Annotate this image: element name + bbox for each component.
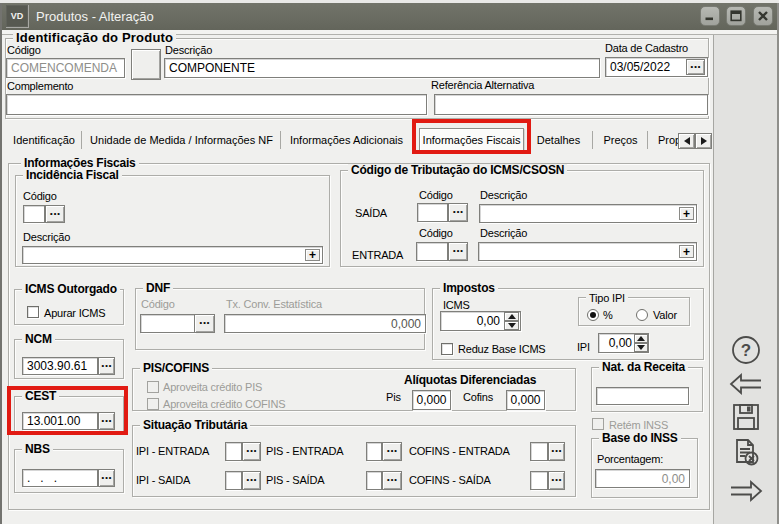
reduz-base-icms-checkbox[interactable]: [441, 343, 453, 355]
apurar-icms-label: Apurar ICMS: [44, 308, 105, 319]
minimize-button[interactable]: [700, 6, 720, 26]
base-inss-title: Base do INSS: [599, 432, 681, 444]
incidencia-codigo-ellipsis-button[interactable]: ...: [45, 205, 65, 223]
entrada-codigo-input[interactable]: [416, 242, 448, 261]
base-inss-group: Base do INSS: [591, 438, 698, 498]
help-button[interactable]: ?: [730, 334, 762, 370]
next-button[interactable]: [728, 479, 764, 507]
pis-aliquota-input[interactable]: 0,000: [412, 390, 451, 410]
nat-receita-input[interactable]: [596, 387, 689, 405]
ncm-ellipsis-button[interactable]: ...: [98, 357, 115, 375]
icms-spin-down[interactable]: [504, 321, 519, 330]
close-button[interactable]: [753, 6, 773, 26]
nbs-ellipsis-button[interactable]: ...: [98, 469, 115, 487]
pis-entrada-ellipsis-button[interactable]: ...: [382, 442, 402, 461]
codigo-produto-search-button[interactable]: [131, 49, 161, 80]
porcentagem-input[interactable]: 0,00: [595, 469, 690, 488]
retem-inss-checkbox[interactable]: [592, 418, 604, 430]
aproveita-credito-cofins-checkbox[interactable]: [147, 398, 159, 410]
data-cadastro-label: Data de Cadastro: [605, 43, 688, 54]
complemento-input[interactable]: [6, 94, 427, 115]
identificacao-produto-group-title: Identificação do Produto: [13, 32, 176, 44]
tab-informacoes-adicionais[interactable]: Informações Adicionais: [281, 128, 412, 152]
saida-descricao-plus-button[interactable]: +: [679, 207, 694, 220]
icms-outorgado-title: ICMS Outorgado: [22, 283, 120, 295]
app-icon: VD: [6, 5, 29, 28]
ipi-saida-input[interactable]: [225, 471, 242, 490]
dnf-codigo-label: Código: [141, 299, 175, 310]
aliquotas-diferenciadas-label: Alíquotas Diferenciadas: [404, 375, 536, 386]
dnf-codigo-input[interactable]: [140, 314, 195, 333]
entrada-descricao-input[interactable]: +: [478, 242, 697, 261]
saida-codigo-ellipsis-button[interactable]: ...: [448, 203, 468, 222]
help-icon: ?: [730, 334, 762, 366]
incidencia-fiscal-title: Incidência Fiscal: [23, 169, 122, 181]
data-cadastro-ellipsis-button[interactable]: ...: [686, 59, 705, 75]
saida-descricao-input[interactable]: +: [479, 204, 697, 223]
ipi-entrada-input[interactable]: [225, 442, 242, 461]
delete-record-button[interactable]: [731, 438, 761, 472]
maximize-button[interactable]: [726, 6, 746, 26]
ncm-input[interactable]: 3003.90.61: [22, 357, 98, 375]
descricao-produto-input[interactable]: COMPONENTE: [164, 58, 600, 78]
cofins-saida-input[interactable]: [530, 471, 548, 490]
dnf-tx-input[interactable]: 0,000: [224, 314, 426, 333]
tab-scroll-left-button[interactable]: [678, 133, 695, 149]
arrow-right-icon: [728, 479, 764, 503]
ipi-entrada-ellipsis-button[interactable]: ...: [242, 442, 261, 461]
cofins-entrada-label: COFINS - ENTRADA: [409, 446, 510, 457]
cofins-aliquota-label: Cofins: [463, 392, 493, 403]
nbs-input[interactable]: . . .: [22, 469, 98, 487]
incidencia-descricao-plus-button[interactable]: +: [305, 249, 320, 261]
pis-aliquota-label: Pis: [386, 392, 401, 403]
tipo-ipi-valor-radio[interactable]: [636, 309, 648, 321]
cofins-aliquota-input[interactable]: 0,000: [506, 390, 545, 410]
entrada-descricao-label: Descrição: [480, 228, 527, 239]
porcentagem-label: Porcentagem:: [597, 454, 663, 465]
titlebar[interactable]: VD Produtos - Alteração: [2, 3, 777, 30]
cofins-saida-ellipsis-button[interactable]: ...: [548, 471, 565, 490]
icms-spinner[interactable]: [504, 312, 519, 330]
incidencia-descricao-input[interactable]: +: [22, 246, 323, 264]
tab-label: Preços: [603, 134, 637, 146]
saida-codigo-input[interactable]: [417, 203, 448, 222]
incidencia-descricao-label: Descrição: [23, 232, 70, 243]
previous-button[interactable]: [728, 372, 764, 400]
ipi-spinner[interactable]: [634, 334, 648, 352]
tab-detalhes[interactable]: Detalhes: [524, 128, 593, 152]
referencia-alternativa-input[interactable]: [434, 94, 708, 115]
cofins-entrada-ellipsis-button[interactable]: ...: [548, 442, 565, 461]
cofins-entrada-input[interactable]: [530, 442, 548, 461]
entrada-descricao-plus-button[interactable]: +: [679, 245, 694, 258]
dnf-title: DNF: [143, 282, 173, 294]
pis-entrada-input[interactable]: [366, 442, 382, 461]
cofins-saida-label: COFINS - SAÍDA: [409, 475, 491, 486]
tab-scroll-right-button[interactable]: [695, 133, 712, 149]
saida-descricao-label: Descrição: [480, 190, 527, 201]
tipo-ipi-valor-label: Valor: [653, 310, 677, 321]
tab-unidade-medida[interactable]: Unidade de Medida / Informações NF: [82, 128, 281, 152]
tipo-ipi-title: Tipo IPI: [586, 292, 628, 304]
tipo-ipi-percent-radio[interactable]: [587, 309, 599, 321]
svg-text:?: ?: [740, 341, 750, 360]
spin-up-icon: [508, 314, 516, 319]
codigo-produto-input[interactable]: COMENCOMENDA: [6, 58, 125, 78]
incidencia-codigo-input[interactable]: [23, 205, 45, 223]
dnf-codigo-ellipsis-button[interactable]: ...: [194, 314, 215, 333]
ipi-spin-down[interactable]: [634, 343, 648, 352]
tab-identificacao[interactable]: Identificação: [6, 128, 82, 152]
ipi-saida-ellipsis-button[interactable]: ...: [242, 471, 261, 490]
entrada-codigo-label: Código: [419, 228, 453, 239]
ipi-spin-up[interactable]: [634, 334, 648, 343]
highlight-tab-informacoes-fiscais: [412, 119, 531, 154]
situacao-tributaria-title: Situação Tributária: [140, 419, 250, 431]
icms-spin-up[interactable]: [504, 312, 519, 321]
tab-precos[interactable]: Preços: [593, 128, 648, 152]
aproveita-credito-pis-checkbox[interactable]: [147, 381, 159, 393]
save-button[interactable]: [732, 403, 760, 435]
pis-saida-ellipsis-button[interactable]: ...: [382, 471, 402, 490]
entrada-codigo-ellipsis-button[interactable]: ...: [448, 242, 468, 261]
pis-saida-input[interactable]: [366, 471, 382, 490]
apurar-icms-checkbox[interactable]: [27, 306, 39, 318]
ipi-saida-label: IPI - SAIDA: [136, 475, 190, 486]
